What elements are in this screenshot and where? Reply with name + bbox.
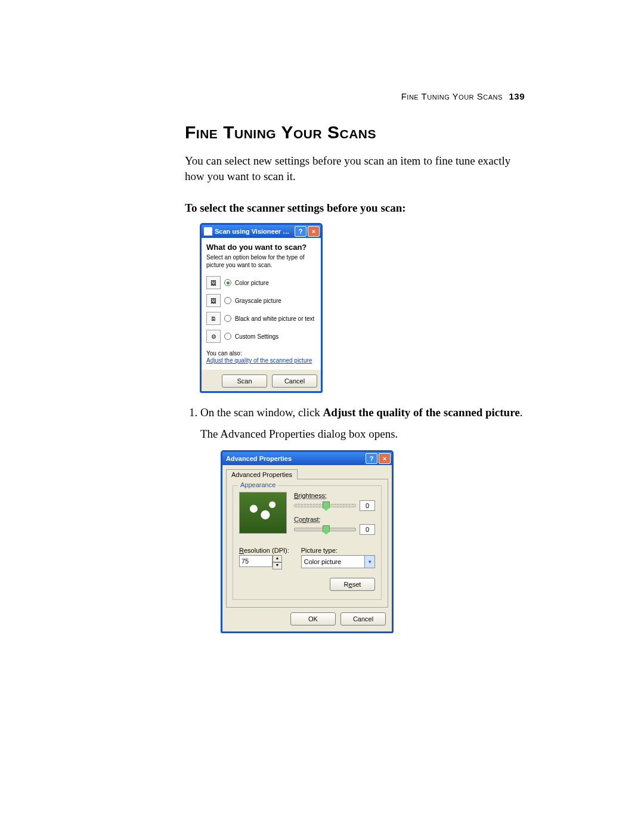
slider-thumb[interactable] <box>323 501 330 511</box>
scan-button[interactable]: Scan <box>222 374 267 388</box>
section-title: Fine Tuning Your Scans <box>185 122 549 143</box>
intro-paragraph: You can select new settings before you s… <box>185 153 525 184</box>
option-bw[interactable]: 🗎 Black and white picture or text <box>206 309 316 327</box>
contrast-label: Contrast: <box>294 516 375 523</box>
advanced-properties-window: Advanced Properties ? × Advanced Propert… <box>221 450 394 633</box>
resolution-column: Resolution (DPI): ▲ ▼ <box>239 547 289 569</box>
window-title: Scan using Visioneer Strobe… <box>215 228 293 235</box>
slider-track[interactable] <box>294 528 356 531</box>
cancel-button[interactable]: Cancel <box>272 374 317 388</box>
color-picture-icon: 🖼 <box>206 276 221 289</box>
scan-instruction: Select an option below for the type of p… <box>206 254 316 269</box>
close-button[interactable]: × <box>379 453 391 464</box>
adjust-quality-link[interactable]: Adjust the quality of the scanned pictur… <box>206 357 312 364</box>
chevron-down-icon[interactable]: ▾ <box>364 556 374 568</box>
option-label: Grayscale picture <box>235 298 281 304</box>
resolution-input[interactable] <box>239 555 273 567</box>
option-label: Custom Settings <box>235 333 278 340</box>
picture-type-label: Picture type: <box>301 547 375 554</box>
help-button[interactable]: ? <box>366 453 377 464</box>
you-can-also-label: You can also: <box>206 350 316 357</box>
picture-type-value: Color picture <box>304 558 341 565</box>
radio-custom[interactable] <box>224 333 231 340</box>
slider-track[interactable] <box>294 504 356 507</box>
dialog-body: Advanced Properties Appearance Brightnes… <box>222 465 392 631</box>
option-label: Color picture <box>235 280 269 286</box>
brightness-slider[interactable]: 0 <box>294 500 375 511</box>
step-1-pre: On the scan window, click <box>200 406 323 419</box>
reset-button[interactable]: Reset <box>330 578 375 591</box>
ok-button[interactable]: OK <box>290 612 336 625</box>
tab-advanced-properties[interactable]: Advanced Properties <box>226 469 298 479</box>
option-color[interactable]: 🖼 Color picture <box>206 274 316 292</box>
figure-scan-dialog: Scan using Visioneer Strobe… ? × What do… <box>200 223 549 393</box>
spin-up-icon[interactable]: ▲ <box>273 555 282 562</box>
window-icon <box>204 227 212 236</box>
option-label: Black and white picture or text <box>235 315 314 322</box>
picture-type-column: Picture type: Color picture ▾ <box>301 547 375 569</box>
step-1-post: . <box>520 406 523 419</box>
brightness-value: 0 <box>360 500 375 511</box>
radio-bw[interactable] <box>224 315 231 322</box>
radio-grayscale[interactable] <box>224 297 231 304</box>
resolution-label: Resolution (DPI): <box>239 547 289 554</box>
window-title: Advanced Properties <box>225 455 364 462</box>
step-1-after: The Advanced Properties dialog box opens… <box>200 426 534 442</box>
option-custom[interactable]: ⚙ Custom Settings <box>206 327 316 345</box>
spin-down-icon[interactable]: ▼ <box>273 562 282 569</box>
contrast-slider[interactable]: 0 <box>294 524 375 535</box>
brightness-label: Brightness: <box>294 492 375 499</box>
picture-type-select[interactable]: Color picture ▾ <box>301 555 375 568</box>
dialog-footer: OK Cancel <box>226 608 388 628</box>
titlebar: Scan using Visioneer Strobe… ? × <box>202 225 321 238</box>
contrast-value: 0 <box>360 524 375 535</box>
running-header: Fine Tuning Your Scans 139 <box>401 91 525 101</box>
group-legend: Appearance <box>238 481 278 488</box>
cancel-button[interactable]: Cancel <box>340 612 386 625</box>
grayscale-picture-icon: 🖼 <box>206 294 221 307</box>
preview-image <box>239 492 287 534</box>
close-button[interactable]: × <box>308 226 320 237</box>
lead-in: To select the scanner settings before yo… <box>185 202 549 215</box>
radio-color[interactable] <box>224 279 231 286</box>
page-number: 139 <box>509 91 525 101</box>
scan-dialog-window: Scan using Visioneer Strobe… ? × What do… <box>200 223 323 393</box>
help-button[interactable]: ? <box>295 226 306 237</box>
custom-settings-icon: ⚙ <box>206 330 221 343</box>
resolution-spinner[interactable]: ▲ ▼ <box>273 555 282 569</box>
tab-panel: Appearance Brightness: 0 Contrast: <box>226 479 388 608</box>
dialog-body: What do you want to scan? Select an opti… <box>202 238 321 370</box>
step-1-bold: Adjust the quality of the scanned pictur… <box>323 406 520 419</box>
scan-heading: What do you want to scan? <box>206 243 316 252</box>
titlebar: Advanced Properties ? × <box>222 452 392 465</box>
figure-advanced-properties: Advanced Properties ? × Advanced Propert… <box>221 450 549 633</box>
steps-list: On the scan window, click Adjust the qua… <box>185 405 534 441</box>
dialog-footer: Scan Cancel <box>202 370 321 391</box>
option-grayscale[interactable]: 🖼 Grayscale picture <box>206 292 316 309</box>
running-title: Fine Tuning Your Scans <box>401 91 503 101</box>
appearance-group: Appearance Brightness: 0 Contrast: <box>233 485 382 600</box>
step-1: On the scan window, click Adjust the qua… <box>200 405 534 441</box>
slider-thumb[interactable] <box>323 525 330 535</box>
bw-text-icon: 🗎 <box>206 312 221 325</box>
